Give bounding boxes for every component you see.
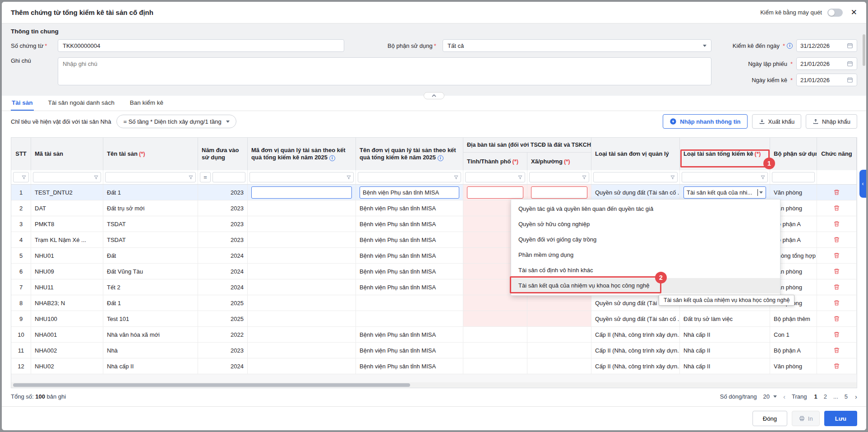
import-button[interactable]: Nhập khẩu (806, 114, 857, 129)
bo-phan-su-dung-select[interactable]: Tất cả (443, 39, 711, 52)
cell-nam[interactable]: 2023 (198, 343, 248, 358)
rows-per-page-select[interactable]: 20 (763, 393, 777, 400)
table-row[interactable]: 10NHA001Nhà văn hóa xã mới2022Bệnh viện … (11, 327, 857, 343)
cell-ma[interactable]: NHU01 (31, 248, 103, 263)
cell-tinh[interactable] (463, 327, 527, 342)
filter-ma-don-vi[interactable] (249, 172, 354, 182)
col-header-xa-phuong[interactable]: Xã/phường(*) (527, 153, 591, 170)
cell-loaitkk[interactable]: Nhà cấp II (680, 327, 770, 342)
print-button[interactable]: In (792, 411, 820, 426)
filter-ten-don-vi[interactable] (358, 172, 461, 182)
filter-ma-tai-san[interactable] (33, 172, 101, 182)
cell-editor-tendv[interactable]: Bệnh viện Phụ sản tỉnh MISA (360, 186, 459, 199)
cell-nam[interactable]: 2023 (198, 200, 248, 216)
cell-tendv[interactable]: Bệnh viện Phụ sản tỉnh MISA (356, 232, 463, 247)
cell-madv[interactable] (248, 311, 356, 326)
dropdown-option[interactable]: Quyền tác giả và quyền liên quan đến quy… (511, 201, 780, 217)
cell-ten[interactable]: Đất Vũng Tàu (103, 264, 198, 279)
cell-editor-xa[interactable] (531, 186, 587, 199)
cell-tendv[interactable]: Bệnh viện Phụ sản tỉnh MISA (356, 279, 463, 295)
cell-ma[interactable]: NHU02 (31, 358, 103, 374)
cell-ten[interactable]: Nhà cấp II (103, 358, 198, 374)
cell-madv[interactable] (248, 343, 356, 358)
col-header-loai-tai-san-don-vi[interactable]: Loại tài sản đơn vị quản lý (591, 138, 680, 170)
cell-stt[interactable]: 6 (11, 264, 31, 279)
cell-stt[interactable]: 10 (11, 327, 31, 342)
cell-nam[interactable]: 2025 (198, 295, 248, 311)
filter-loai-tai-san-don-vi[interactable] (593, 172, 678, 182)
delete-row-button[interactable] (833, 331, 840, 338)
delete-row-button[interactable] (833, 220, 840, 228)
table-row[interactable]: 11NHA002Nhà2023Bệnh viện Phụ sản tỉnh MI… (11, 343, 857, 358)
cell-ten[interactable]: Test 101 (103, 311, 198, 326)
cell-loaidv[interactable]: Quyền sử dụng đất (Tài sản cố ... (591, 185, 680, 200)
cell-nam[interactable]: 2023 (198, 216, 248, 232)
col-header-ma-tai-san[interactable]: Mã tài sản (31, 138, 103, 170)
save-button[interactable]: Lưu (824, 411, 857, 426)
table-row[interactable]: 9NHU100Test 1012025Quyền sử dụng đất (Tà… (11, 311, 857, 327)
cell-ten[interactable]: Đất 1 (103, 185, 198, 200)
cell-madv[interactable] (248, 232, 356, 247)
cell-loaidv[interactable]: Cấp II (Nhà, công trình xây dựn... (591, 327, 680, 342)
tab-ban-kiem-ke[interactable]: Ban kiểm kê (129, 96, 164, 111)
cell-tendv[interactable]: Bệnh viện Phụ sản tỉnh MISA (356, 185, 463, 200)
cell-xa[interactable] (527, 185, 591, 200)
page-number[interactable]: 5 (844, 393, 849, 400)
table-row[interactable]: 12NHU02Nhà cấp II2024Bệnh viện Phụ sản t… (11, 358, 857, 374)
cell-ma[interactable]: TEST_DNTU2 (31, 185, 103, 200)
cell-madv[interactable] (248, 264, 356, 279)
scan-toggle[interactable] (827, 9, 843, 17)
prev-page-icon[interactable]: ‹ (783, 393, 785, 400)
next-page-icon[interactable]: › (855, 393, 857, 400)
cell-tendv[interactable]: Bệnh viện Phụ sản tỉnh MISA (356, 327, 463, 342)
cell-ma[interactable]: NHU11 (31, 279, 103, 295)
table-row[interactable]: 1TEST_DNTU2Đất 12023Bệnh viện Phụ sản tỉ… (11, 185, 857, 200)
cell-madv[interactable] (248, 185, 356, 200)
filter-operator[interactable]: = (200, 172, 211, 182)
cell-loaidv[interactable]: Cấp II (Nhà, công trình xây dựn... (591, 343, 680, 358)
cell-loaidv[interactable]: Quyền sử dụng đất (Tài sản cố ... (591, 311, 680, 326)
cell-nam[interactable]: 2024 (198, 279, 248, 295)
cell-tendv[interactable] (356, 295, 463, 311)
cell-ma[interactable]: PMKT8 (31, 216, 103, 232)
cell-bophan[interactable]: Bộ phận thêm (770, 311, 817, 326)
filter-stt[interactable] (13, 172, 29, 182)
cell-ma[interactable]: NHU100 (31, 311, 103, 326)
delete-row-button[interactable] (833, 268, 840, 275)
cell-tinh[interactable] (463, 358, 527, 374)
cell-loaidv[interactable]: Cấp II (Nhà, công trình xây dựn... (591, 358, 680, 374)
cell-bophan[interactable]: Văn phòng (770, 358, 817, 374)
col-header-ten-don-vi[interactable]: Tên đơn vị quản lý tài sản theo kết quả … (356, 138, 463, 170)
page-number[interactable]: 2 (823, 393, 828, 400)
cell-tendv[interactable]: Bệnh viện Phụ sản tỉnh MISA (356, 216, 463, 232)
cell-madv[interactable] (248, 216, 356, 232)
col-header-bo-phan-su-dung[interactable]: Bộ phận sử dụng (770, 138, 817, 170)
cell-xa[interactable] (527, 327, 591, 342)
cell-ma[interactable]: DAT (31, 200, 103, 216)
dropdown-option[interactable]: Tài sản kết quả của nhiệm vụ khoa học cô… (511, 278, 780, 293)
cell-stt[interactable]: 9 (11, 311, 31, 326)
cell-xa[interactable] (527, 311, 591, 326)
collapse-section-button[interactable] (424, 92, 444, 99)
cell-ten[interactable]: TSDAT (103, 216, 198, 232)
tab-tai-san-ngoai-danh-sach[interactable]: Tài sản ngoài danh sách (47, 96, 115, 111)
cell-stt[interactable]: 2 (11, 200, 31, 216)
cell-stt[interactable]: 7 (11, 279, 31, 295)
cell-editor-madv[interactable] (251, 186, 352, 199)
dropdown-option[interactable]: Tài sản cố định vô hình khác (511, 263, 780, 278)
loai-tai-san-tong-kiem-ke-combobox[interactable]: Tài sản kết quả của nhi... (683, 186, 766, 199)
kiem-ke-den-ngay-input[interactable]: 31/12/2026 (796, 39, 857, 52)
cell-tendv[interactable] (356, 311, 463, 326)
cell-ten[interactable]: Nhà văn hóa xã mới (103, 327, 198, 342)
criteria-select[interactable]: = Số tầng * Diện tích xây dựng/1 tầng (116, 115, 236, 128)
cell-tinh[interactable] (463, 295, 527, 311)
dropdown-scrollbar-thumb[interactable] (863, 34, 865, 66)
export-button[interactable]: Xuất khẩu (752, 114, 802, 129)
cell-ten[interactable]: Tết 2 (103, 279, 198, 295)
cell-stt[interactable]: 1 (11, 185, 31, 200)
cell-bophan[interactable]: Con 1 (770, 327, 817, 342)
cell-madv[interactable] (248, 248, 356, 263)
cell-ma[interactable]: NHA002 (31, 343, 103, 358)
filter-ten-tai-san[interactable] (105, 172, 196, 182)
delete-row-button[interactable] (833, 204, 840, 212)
